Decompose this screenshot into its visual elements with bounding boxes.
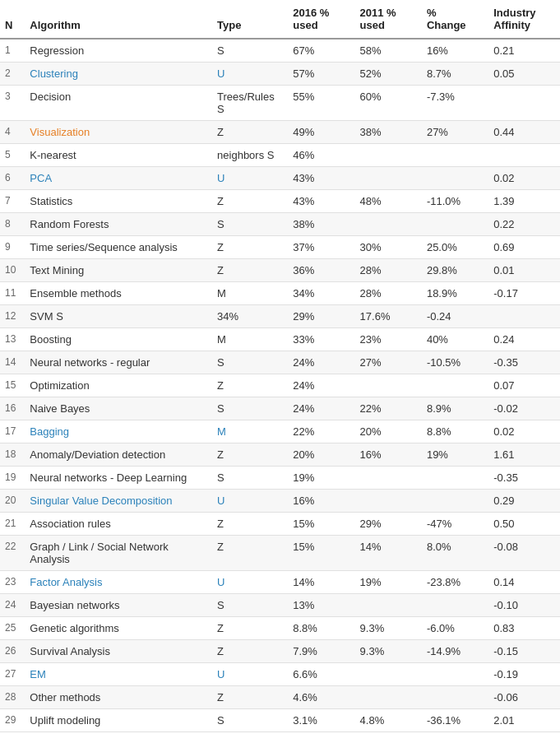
cell-affinity: 0.50 — [488, 513, 560, 536]
cell-type: Z — [212, 617, 288, 640]
cell-algorithm: Factor Analysis — [25, 571, 212, 594]
table-row: 27 EM U 6.6% -0.19 — [0, 663, 560, 686]
cell-affinity: 0.05 — [488, 63, 560, 86]
cell-2016: 67% — [288, 39, 354, 63]
cell-n: 10 — [0, 259, 25, 282]
table-row: 15 Optimization Z 24% 0.07 — [0, 374, 560, 397]
cell-algorithm: Text Mining — [25, 259, 212, 282]
cell-type: S — [212, 39, 288, 63]
cell-2011: 4.8% — [355, 709, 422, 732]
cell-2016: 20% — [288, 443, 354, 467]
cell-type: S — [212, 594, 288, 617]
cell-n: 26 — [0, 640, 25, 663]
cell-2011: 19% — [355, 571, 422, 594]
cell-affinity: 0.69 — [488, 236, 560, 259]
cell-n: 17 — [0, 420, 25, 443]
table-row: 25 Genetic algorithms Z 8.8% 9.3% -6.0% … — [0, 617, 560, 640]
cell-affinity: -0.17 — [488, 282, 560, 305]
cell-change — [422, 467, 488, 490]
cell-change: 18.9% — [422, 282, 488, 305]
cell-algorithm: SVM S — [25, 305, 212, 328]
cell-2011 — [355, 374, 422, 397]
cell-n: 11 — [0, 282, 25, 305]
cell-n: 25 — [0, 617, 25, 640]
cell-2011: 9.3% — [355, 640, 422, 663]
cell-2011 — [355, 686, 422, 709]
cell-2011: 14% — [355, 536, 422, 571]
cell-affinity: 0.44 — [488, 121, 560, 144]
cell-type: Z — [212, 443, 288, 467]
header-2011: 2011 %used — [355, 0, 422, 39]
cell-algorithm: Visualization — [25, 121, 212, 144]
cell-type: Trees/Rules S — [212, 86, 288, 121]
cell-2016: 24% — [288, 374, 354, 397]
cell-2011 — [355, 663, 422, 686]
header-2016: 2016 %used — [288, 0, 354, 39]
cell-change: -23.8% — [422, 571, 488, 594]
cell-change — [422, 374, 488, 397]
cell-algorithm: PCA — [25, 167, 212, 190]
cell-affinity: 0.14 — [488, 571, 560, 594]
table-row: 17 Bagging M 22% 20% 8.8% 0.02 — [0, 420, 560, 443]
cell-2016: 7.9% — [288, 640, 354, 663]
cell-2016: 3.1% — [288, 709, 354, 732]
cell-2016: 24% — [288, 397, 354, 420]
cell-algorithm: Regression — [25, 39, 212, 63]
cell-algorithm: Bayesian networks — [25, 594, 212, 617]
cell-2016: 33% — [288, 328, 354, 351]
cell-algorithm: Bagging — [25, 420, 212, 443]
cell-type: S — [212, 397, 288, 420]
header-algorithm: Algorithm — [25, 0, 212, 39]
cell-type: S — [212, 709, 288, 732]
cell-2016: 8.8% — [288, 617, 354, 640]
cell-n: 21 — [0, 513, 25, 536]
cell-change: -7.3% — [422, 86, 488, 121]
cell-type: Z — [212, 259, 288, 282]
cell-affinity: -0.06 — [488, 686, 560, 709]
cell-2016: 55% — [288, 86, 354, 121]
table-row: 9 Time series/Sequence analysis Z 37% 30… — [0, 236, 560, 259]
table-row: 19 Neural networks - Deep Learning S 19%… — [0, 467, 560, 490]
table-row: 12 SVM S 34% 29% 17.6% -0.24 — [0, 305, 560, 328]
cell-change: 19% — [422, 443, 488, 467]
data-table: N Algorithm Type 2016 %used 2011 %used %… — [0, 0, 560, 732]
cell-change: -10.5% — [422, 351, 488, 374]
cell-affinity: 1.61 — [488, 443, 560, 467]
cell-2011: 22% — [355, 397, 422, 420]
cell-type: M — [212, 328, 288, 351]
cell-change: 8.7% — [422, 63, 488, 86]
table-row: 24 Bayesian networks S 13% -0.10 — [0, 594, 560, 617]
cell-type: U — [212, 490, 288, 513]
cell-affinity: 0.22 — [488, 213, 560, 236]
cell-2016: 43% — [288, 167, 354, 190]
cell-2016: 6.6% — [288, 663, 354, 686]
cell-2016: 34% — [288, 282, 354, 305]
cell-2011 — [355, 594, 422, 617]
cell-affinity: 2.01 — [488, 709, 560, 732]
cell-2016: 37% — [288, 236, 354, 259]
cell-algorithm: Random Forests — [25, 213, 212, 236]
cell-n: 3 — [0, 86, 25, 121]
cell-2011: 16% — [355, 443, 422, 467]
cell-2011: 30% — [355, 236, 422, 259]
cell-2016: 46% — [288, 144, 354, 167]
cell-change — [422, 663, 488, 686]
cell-change — [422, 490, 488, 513]
cell-type: Z — [212, 121, 288, 144]
table-row: 10 Text Mining Z 36% 28% 29.8% 0.01 — [0, 259, 560, 282]
header-n: N — [0, 0, 25, 39]
cell-type: Z — [212, 513, 288, 536]
cell-affinity — [488, 144, 560, 167]
cell-type: Z — [212, 536, 288, 571]
table-row: 8 Random Forests S 38% 0.22 — [0, 213, 560, 236]
cell-2011: 17.6% — [355, 305, 422, 328]
cell-n: 6 — [0, 167, 25, 190]
cell-change: -11.0% — [422, 190, 488, 213]
cell-type: Z — [212, 640, 288, 663]
cell-2016: 14% — [288, 571, 354, 594]
table-row: 7 Statistics Z 43% 48% -11.0% 1.39 — [0, 190, 560, 213]
cell-2011: 27% — [355, 351, 422, 374]
cell-change: 25.0% — [422, 236, 488, 259]
cell-algorithm: Neural networks - Deep Learning — [25, 467, 212, 490]
table-row: 6 PCA U 43% 0.02 — [0, 167, 560, 190]
